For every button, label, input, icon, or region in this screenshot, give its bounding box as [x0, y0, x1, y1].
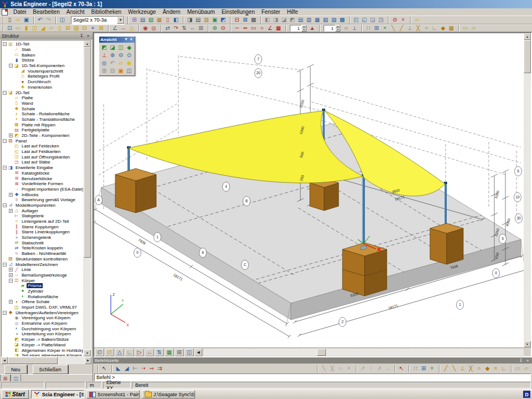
start-button[interactable]: Start [2, 390, 29, 399]
scroll-right-icon[interactable]: ▶ [85, 357, 91, 364]
hide-elements-button[interactable]: ⊘ [391, 17, 399, 24]
perspective-off-button[interactable]: ∅ [95, 349, 104, 356]
ucs-z-button[interactable]: ⊥ [350, 25, 359, 32]
tree-item[interactable]: ▤Fertigteilplatte [2, 127, 83, 133]
menu-item[interactable]: Hilfe [284, 9, 301, 15]
project-browser-button[interactable]: ◫ [58, 17, 66, 24]
view-y-button[interactable]: ◪ [109, 44, 116, 51]
select-by-rect-button[interactable]: ▭ [514, 365, 522, 372]
selection-cursor-button[interactable]: ↖ [100, 365, 109, 372]
tree-item[interactable]: +◖Offene Schale [2, 299, 83, 305]
tree-item[interactable]: ⊞Benutzerblöcke [2, 176, 83, 181]
opening-button[interactable]: ⊞ [64, 25, 72, 32]
collapse-icon[interactable]: − [3, 42, 7, 46]
tree-item[interactable]: ∕Stab [2, 47, 83, 53]
cross-sections-button[interactable]: ⊞ [130, 17, 139, 24]
plate-button[interactable]: ▱ [47, 25, 55, 32]
open-service-button[interactable]: ▱ [413, 17, 421, 24]
snap-orthogonal-button[interactable]: ∟ [500, 365, 508, 372]
snap-perp-button[interactable]: ⊥ [406, 25, 414, 32]
level-spinner[interactable]: 1▲▼ [290, 25, 306, 32]
numbering-button[interactable]: ⊞ [175, 349, 184, 356]
tree-item-selected[interactable]: ▰Prisma [2, 283, 83, 289]
tree-item[interactable]: ▯Wand [2, 101, 83, 106]
close-icon[interactable]: × [525, 358, 530, 364]
track-node-button[interactable]: ↗ [359, 365, 367, 372]
save-project-button[interactable]: ▣ [22, 17, 30, 24]
tree-item[interactable]: −⊿Modellkomponenten [2, 203, 83, 208]
tree-item[interactable]: −◪1D-Teil-Komponenten [2, 63, 83, 69]
wall-button[interactable]: ▯ [55, 25, 64, 32]
delete-elements-button[interactable]: × [399, 17, 407, 24]
dot-grid-button[interactable]: ∷ [411, 365, 420, 372]
snap-nearest-button[interactable]: ≈ [492, 365, 500, 372]
spinner-down-icon[interactable]: ▼ [301, 28, 306, 32]
tree-item[interactable]: ≈Liniengelenk auf 2D-Teil [2, 219, 83, 224]
collapse-icon[interactable]: − [3, 311, 7, 315]
pin-icon[interactable]: ↧ [79, 33, 84, 39]
tree-item[interactable]: −◨Erweiterte Eingabe [2, 165, 83, 171]
tree-item[interactable]: ∿Balken - Nichtlinearität [2, 251, 83, 257]
clip-back-button[interactable]: ⊟ [109, 67, 116, 74]
new-project-button[interactable]: ▯ [6, 17, 14, 24]
track-curve-button[interactable]: → [383, 365, 392, 372]
menu-item[interactable]: Werkzeuge [125, 9, 159, 15]
frame-axo-button[interactable]: ◩ [288, 17, 296, 24]
line-raster-button[interactable]: ⊞ [372, 25, 381, 32]
menu-item[interactable]: Ansicht [63, 9, 88, 15]
model-chart-button[interactable]: ∟ [125, 349, 134, 356]
expand-icon[interactable]: + [9, 209, 13, 213]
tree-item[interactable]: ◧Allgemeinen Körper in Hohlkörper [2, 347, 83, 353]
rendering-button[interactable]: ▦ [165, 349, 174, 356]
spinner-down-icon[interactable]: ▼ [335, 28, 340, 32]
tree-item[interactable]: ◗Rotationsfläche [2, 294, 83, 299]
extend-a-button[interactable]: ⇢ [139, 365, 147, 372]
export-button[interactable]: ◩ [219, 17, 227, 24]
haunch-button[interactable]: ◢ [39, 25, 47, 32]
taskbar-task[interactable]: Screenshot1 - Paint [86, 390, 140, 398]
draw-parallel-button[interactable]: ═ [241, 25, 249, 32]
perspective-on-button[interactable]: ∅ [105, 349, 114, 356]
tree-item[interactable]: +△Auflager [2, 208, 83, 213]
tree-item[interactable]: ●Zylinder [2, 289, 83, 294]
tree-item[interactable]: −◪2D-Teil [2, 90, 83, 95]
tree-item[interactable]: +↔Bemaßungswerkzeuge [2, 273, 83, 278]
check-data-button[interactable]: ⊠ [241, 17, 249, 24]
snap-free-button[interactable]: ╲ [320, 365, 328, 372]
close-button[interactable]: Schließen [33, 365, 68, 374]
chevron-down-icon[interactable]: ▼ [124, 37, 129, 42]
multi-window-button[interactable]: ◫ [185, 349, 194, 356]
expand-icon[interactable]: + [9, 273, 13, 277]
snap-perpendicular-button[interactable]: ⊥ [458, 365, 467, 372]
tree-item[interactable]: −▨Panel [2, 138, 83, 144]
menu-item[interactable]: Fenster [258, 9, 284, 15]
tree-item[interactable]: ∥Starre Kopplungen [2, 224, 83, 229]
frame-view-6-button[interactable]: ▩ [338, 17, 346, 24]
zoom-window-button[interactable]: ⊙ [125, 52, 133, 59]
project-combo[interactable]: Segel2 x 70-3a ▼ [71, 16, 125, 24]
open-project-button[interactable]: ▱ [14, 17, 22, 24]
print-data-button[interactable]: ▤ [194, 17, 202, 24]
level-spinner[interactable]: 1▲▼ [324, 25, 340, 32]
collapse-icon[interactable]: − [3, 166, 7, 170]
shading-button[interactable]: ◉ [125, 59, 133, 66]
menu-item[interactable]: Einstellung̲en [218, 9, 258, 15]
expand-icon[interactable]: + [9, 300, 13, 304]
snap-intersections-button[interactable]: ╳ [467, 365, 475, 372]
extend-b-button[interactable]: ⇒ [147, 365, 156, 372]
tree-item[interactable]: ◑Unterteilung von Körpern [2, 331, 83, 337]
taskbar-task[interactable]: J:\Seagate Sync\SyncRe... [142, 390, 195, 398]
tree-item[interactable]: ◇Beliebiges Profil [2, 74, 83, 79]
ucs-button[interactable]: ⊥ [100, 52, 108, 59]
expand-icon[interactable]: + [9, 134, 13, 137]
undo-button[interactable]: ↶ [36, 17, 44, 24]
ucs-tool-button[interactable]: ∠ [111, 25, 119, 32]
snap-intersect-button[interactable]: ╳ [414, 25, 422, 32]
draw-circle-button[interactable]: ○ [258, 25, 266, 32]
view-z-button[interactable]: ◫ [117, 44, 125, 51]
select-rect-button[interactable]: ▭ [461, 25, 469, 32]
tree-item[interactable]: ●Durchbruch [2, 79, 83, 85]
profile-library-button[interactable]: ▤ [139, 17, 147, 24]
spinner-value[interactable]: 1 [324, 25, 335, 32]
tree-item[interactable]: ⊠Vordefinierte Formen [2, 181, 83, 187]
